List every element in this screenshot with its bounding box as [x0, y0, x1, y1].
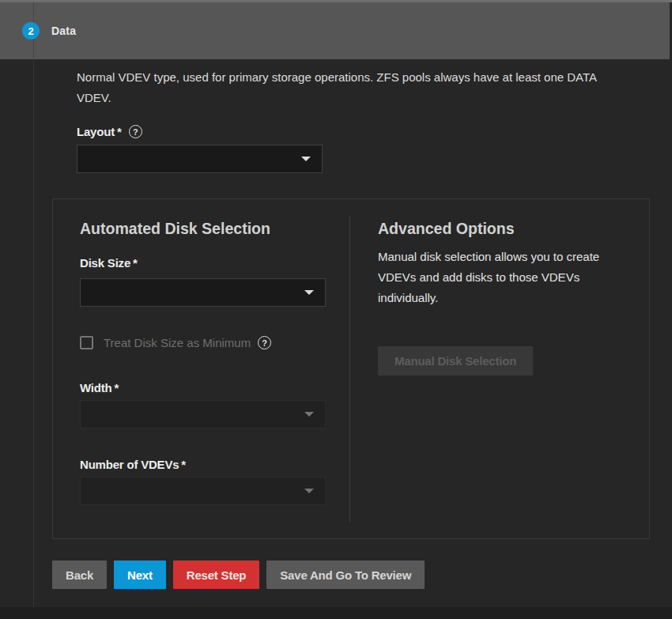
step-number: 2 — [28, 25, 33, 37]
layout-field: Layout* ? — [77, 125, 672, 173]
advanced-options-section: Advanced Options Manual disk selection a… — [350, 199, 649, 538]
step-content: Normal VDEV type, used for primary stora… — [0, 59, 672, 619]
required-marker: * — [115, 381, 119, 394]
next-button[interactable]: Next — [114, 560, 166, 589]
save-and-go-to-review-button[interactable]: Save And Go To Review — [266, 560, 425, 589]
chevron-down-icon — [304, 290, 314, 295]
required-marker: * — [133, 256, 138, 270]
treat-min-help-icon[interactable]: ? — [258, 336, 271, 349]
step-description: Normal VDEV type, used for primary stora… — [77, 67, 608, 108]
disk-size-label: Disk Size — [80, 256, 130, 270]
number-of-vdevs-label: Number of VDEVs — [80, 458, 179, 471]
advanced-section-title: Advanced Options — [378, 218, 630, 238]
disk-selection-panel: Automated Disk Selection Disk Size* Trea… — [52, 198, 650, 539]
treat-min-checkbox-row: Treat Disk Size as Minimum ? — [80, 336, 349, 349]
bottom-divider — [0, 607, 672, 619]
automated-section-title: Automated Disk Selection — [80, 218, 330, 238]
layout-select[interactable] — [77, 145, 323, 173]
width-select — [80, 400, 326, 428]
number-of-vdevs-select — [80, 477, 326, 505]
automated-disk-selection-section: Automated Disk Selection Disk Size* Trea… — [53, 199, 349, 538]
layout-label: Layout — [77, 125, 115, 138]
manual-disk-selection-button: Manual Disk Selection — [378, 346, 533, 376]
chevron-down-icon — [304, 412, 314, 417]
layout-help-icon[interactable]: ? — [129, 125, 142, 138]
step-title: Data — [51, 25, 76, 37]
back-button[interactable]: Back — [52, 560, 107, 589]
width-label: Width — [80, 381, 112, 394]
step-actions: Back Next Reset Step Save And Go To Revi… — [52, 560, 672, 589]
chevron-down-icon — [301, 157, 311, 161]
required-marker: * — [117, 125, 122, 138]
treat-min-checkbox — [80, 336, 93, 349]
treat-min-label: Treat Disk Size as Minimum — [104, 336, 251, 349]
step-header-data[interactable]: 2 Data — [0, 2, 670, 59]
reset-step-button[interactable]: Reset Step — [173, 560, 260, 589]
required-marker: * — [181, 458, 186, 471]
step-number-badge: 2 — [22, 22, 40, 40]
chevron-down-icon — [304, 489, 314, 493]
disk-size-select[interactable] — [80, 278, 326, 307]
advanced-description: Manual disk selection allows you to crea… — [378, 247, 632, 308]
